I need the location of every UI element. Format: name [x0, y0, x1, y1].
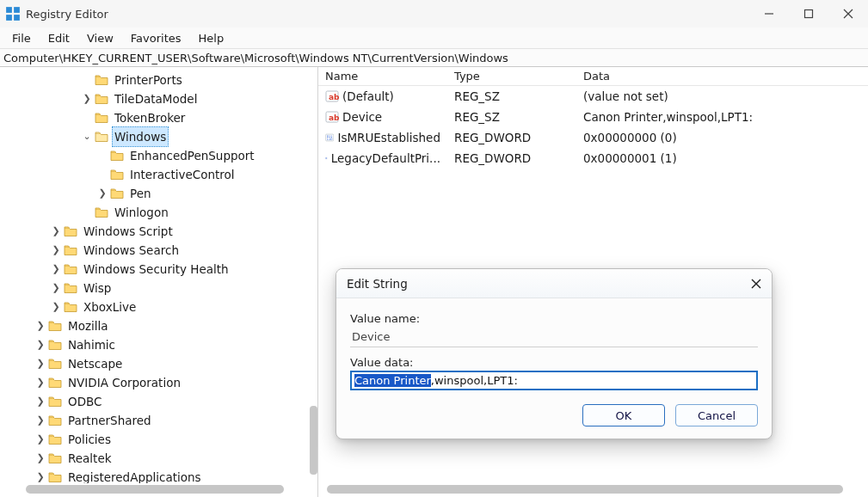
- tree-item[interactable]: TokenBroker: [0, 108, 317, 127]
- tree-item-label: Windows Script: [81, 222, 175, 241]
- tree-item-selected[interactable]: ⌄Windows: [0, 127, 317, 146]
- menu-file[interactable]: File: [5, 30, 38, 46]
- folder-icon: [48, 396, 62, 408]
- expand-toggle[interactable]: ❯: [34, 335, 46, 354]
- tree-item[interactable]: ❯NVIDIA Corporation: [0, 373, 317, 392]
- folder-icon: [64, 282, 77, 294]
- expand-toggle[interactable]: ❯: [34, 354, 46, 373]
- list-row[interactable]: 011110IsMRUEstablishedREG_DWORD0x0000000…: [318, 127, 868, 148]
- expand-toggle[interactable]: ❯: [50, 222, 62, 241]
- expand-toggle[interactable]: ⌄: [81, 127, 93, 146]
- expand-toggle[interactable]: ❯: [34, 430, 46, 449]
- folder-icon: [48, 452, 62, 464]
- minimize-button[interactable]: [749, 0, 789, 28]
- value-data-label: Value data:: [350, 356, 758, 369]
- expand-toggle[interactable]: ❯: [50, 298, 62, 316]
- svg-rect-2: [6, 15, 12, 21]
- tree-scrollbar[interactable]: [310, 406, 317, 475]
- expand-toggle[interactable]: ❯: [34, 411, 46, 430]
- svg-rect-0: [6, 7, 12, 13]
- tree-item[interactable]: ❯Wisp: [0, 279, 317, 298]
- expand-toggle[interactable]: ❯: [34, 373, 46, 392]
- column-type[interactable]: Type: [447, 70, 576, 83]
- value-name-field: Device: [350, 327, 758, 347]
- expand-toggle[interactable]: ❯: [50, 241, 62, 260]
- tree-item[interactable]: ❯RegisteredApplications: [0, 468, 317, 483]
- value-name: IsMRUEstablished: [337, 131, 440, 144]
- tree-item[interactable]: ❯Policies: [0, 430, 317, 449]
- menu-help[interactable]: Help: [192, 30, 231, 46]
- folder-icon: [95, 131, 108, 143]
- tree-item[interactable]: ❯TileDataModel: [0, 89, 317, 108]
- list-header: Name Type Data: [318, 67, 868, 86]
- tree-item[interactable]: EnhancedPenSupport: [0, 146, 317, 165]
- tree-item-label: InteractiveControl: [127, 165, 237, 184]
- tree-item[interactable]: Winlogon: [0, 203, 317, 222]
- tree-item-label: PrinterPorts: [112, 71, 185, 89]
- ok-button[interactable]: OK: [582, 404, 665, 426]
- menu-favorites[interactable]: Favorites: [124, 30, 188, 46]
- tree-item[interactable]: ❯Realtek: [0, 449, 317, 468]
- tree-item[interactable]: ❯Netscape: [0, 354, 317, 373]
- tree-item[interactable]: ❯Windows Script: [0, 222, 317, 241]
- tree-pane: PrinterPorts❯TileDataModelTokenBroker⌄Wi…: [0, 67, 318, 497]
- expand-toggle[interactable]: ❯: [50, 279, 62, 298]
- expand-toggle[interactable]: ❯: [34, 449, 46, 468]
- tree-item[interactable]: ❯Pen: [0, 184, 317, 203]
- menu-edit[interactable]: Edit: [41, 30, 77, 46]
- menu-view[interactable]: View: [80, 30, 120, 46]
- expand-toggle[interactable]: ❯: [81, 89, 93, 108]
- value-name-label: Value name:: [350, 312, 758, 325]
- list-row[interactable]: ab(Default)REG_SZ(value not set): [318, 86, 868, 107]
- folder-icon: [48, 377, 62, 389]
- tree-item[interactable]: ❯Mozilla: [0, 316, 317, 335]
- tree-item-label: Windows Search: [81, 241, 182, 260]
- list-row[interactable]: 011110LegacyDefaultPri...REG_DWORD0x0000…: [318, 148, 868, 169]
- column-data[interactable]: Data: [576, 70, 868, 83]
- app-icon: [5, 6, 21, 21]
- registry-editor-window: Registry Editor File Edit View Favorites…: [0, 0, 868, 497]
- value-data: 0x00000001 (1): [576, 151, 868, 165]
- folder-icon: [95, 93, 108, 105]
- folder-icon: [48, 358, 62, 370]
- value-data-input[interactable]: Canon Printer,winspool,LPT1:: [350, 371, 758, 390]
- tree-item-label: RegisteredApplications: [65, 468, 204, 483]
- list-hscrollbar[interactable]: [327, 485, 843, 494]
- expand-toggle[interactable]: ❯: [34, 468, 46, 483]
- expand-toggle[interactable]: ❯: [96, 184, 108, 203]
- tree-item[interactable]: ❯Windows Search: [0, 241, 317, 260]
- tree-item-label: Policies: [65, 430, 114, 449]
- dword-value-icon: 011110: [325, 151, 328, 165]
- column-name[interactable]: Name: [318, 70, 447, 83]
- expand-toggle[interactable]: ❯: [34, 316, 46, 335]
- tree-item[interactable]: InteractiveControl: [0, 165, 317, 184]
- tree-item[interactable]: ❯PartnerShared: [0, 411, 317, 430]
- folder-icon: [64, 263, 77, 275]
- tree-item[interactable]: ❯Nahimic: [0, 335, 317, 354]
- tree-item-label: PartnerShared: [65, 411, 154, 430]
- maximize-button[interactable]: [789, 0, 828, 28]
- value-data-rest: ,winspool,LPT1:: [431, 374, 518, 387]
- tree-item[interactable]: ❯Windows Security Health: [0, 260, 317, 279]
- dialog-close-button[interactable]: [751, 279, 761, 289]
- tree-hscrollbar[interactable]: [26, 485, 284, 494]
- tree-item-label: TokenBroker: [112, 108, 188, 127]
- tree-item-label: ODBC: [65, 392, 104, 411]
- folder-icon: [48, 414, 62, 426]
- tree-item-label: Netscape: [65, 354, 125, 373]
- expand-toggle[interactable]: ❯: [50, 260, 62, 279]
- address-bar[interactable]: Computer\HKEY_CURRENT_USER\Software\Micr…: [0, 48, 868, 67]
- expand-toggle[interactable]: ❯: [34, 392, 46, 411]
- cancel-button[interactable]: Cancel: [675, 404, 758, 426]
- folder-icon: [95, 112, 108, 124]
- tree-item-label: Mozilla: [65, 316, 111, 335]
- tree-item-label: Windows Security Health: [81, 260, 231, 279]
- tree-item[interactable]: PrinterPorts: [0, 71, 317, 89]
- list-row[interactable]: abDeviceREG_SZCanon Printer,winspool,LPT…: [318, 107, 868, 127]
- tree-item-label: Nahimic: [65, 335, 118, 354]
- close-button[interactable]: [828, 0, 868, 28]
- value-type: REG_SZ: [447, 110, 576, 124]
- tree-item[interactable]: ❯XboxLive: [0, 298, 317, 316]
- value-type: REG_DWORD: [447, 131, 576, 144]
- tree-item[interactable]: ❯ODBC: [0, 392, 317, 411]
